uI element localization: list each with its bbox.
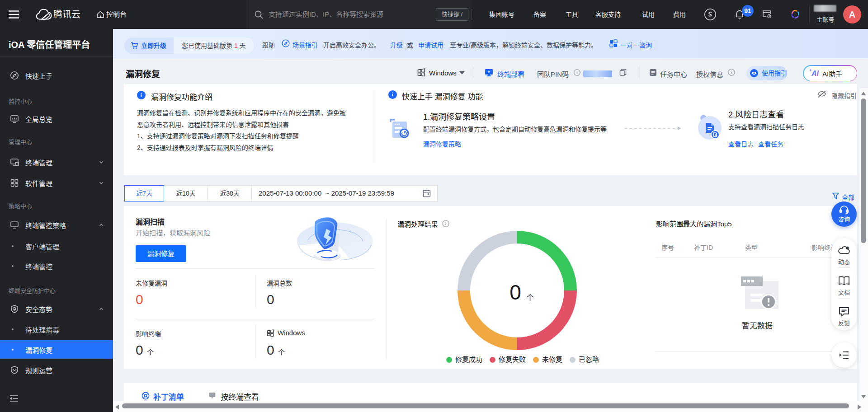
svg-text:AI: AI [811,70,819,77]
svg-text:0: 0 [509,281,521,304]
svg-text:个: 个 [526,294,534,302]
